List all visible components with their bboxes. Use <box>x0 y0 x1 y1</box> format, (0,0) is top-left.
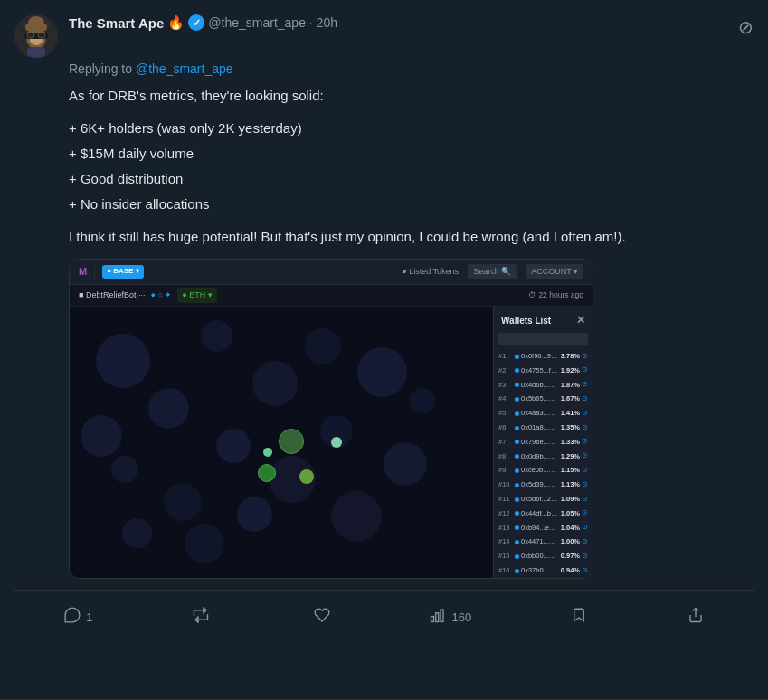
wallet-percentage: 1.87% <box>561 380 580 391</box>
img-sub-header: ■ DebtReliefBot ··· ● ○ ✦ ● ETH ▾ ⏱ 22 h… <box>70 285 593 307</box>
wallet-address[interactable]: 0x4aa3...78ef <box>521 408 559 419</box>
wallet-address[interactable]: 0x79be...3997 <box>521 437 559 448</box>
svg-point-9 <box>33 39 40 44</box>
wallet-link-icon[interactable]: ⊙ <box>582 351 588 363</box>
sub-bot-name: ■ DebtReliefBot ··· <box>79 289 145 301</box>
sub-icons[interactable]: ● ○ ✦ <box>150 289 172 301</box>
reply-to-handle[interactable]: @the_smart_ape <box>136 61 233 76</box>
wallet-rank: #5 <box>498 408 513 419</box>
reply-button[interactable]: 1 <box>57 601 100 633</box>
wallet-items-list: #1 0x0f96...9523 3.78% ⊙ #2 0x4755...f5c… <box>494 349 593 578</box>
avatar[interactable] <box>14 14 58 58</box>
wallet-search-bar[interactable] <box>498 333 588 345</box>
wallet-link-icon[interactable]: ⊙ <box>582 379 588 391</box>
wallet-address[interactable]: 0x01a8...a60f <box>521 422 559 433</box>
wallet-address[interactable]: 0x37b0...6bab <box>521 565 559 576</box>
views-icon <box>430 607 446 628</box>
wallet-item: #12 0x44df...b364 1.05% ⊙ <box>494 506 593 521</box>
wallet-link-icon[interactable]: ⊙ <box>582 479 588 491</box>
wallet-address[interactable]: 0x5d6f...2981 <box>521 494 559 505</box>
wallet-address[interactable]: 0x5d39...9507 <box>521 479 559 490</box>
wallet-rank: #9 <box>498 465 513 476</box>
wallet-link-icon[interactable]: ⊙ <box>582 522 588 534</box>
wallet-link-icon[interactable]: ⊙ <box>582 494 588 506</box>
wallet-link-icon[interactable]: ⊙ <box>582 436 588 448</box>
wallet-address[interactable]: 0xce0b...d4Gd <box>521 465 559 476</box>
wallet-item: #10 0x5d39...9507 1.13% ⊙ <box>494 478 593 492</box>
wallet-link-icon[interactable]: ⊙ <box>582 565 588 577</box>
wallet-percentage: 0.94% <box>561 565 580 576</box>
bubble-chart: Wallets List ✕ #1 0x0f96...9523 3.78% ⊙ … <box>70 307 593 578</box>
retweet-icon <box>193 607 209 628</box>
svg-point-10 <box>33 42 35 43</box>
wallet-rank: #12 <box>498 508 513 519</box>
wallet-address[interactable]: 0x0f96...9523 <box>521 351 559 362</box>
wallet-address[interactable]: 0x4755...f5c0 <box>521 365 559 376</box>
wallet-link-icon[interactable]: ⊙ <box>582 536 588 548</box>
wallet-link-icon[interactable]: ⊙ <box>582 364 588 376</box>
network-badge[interactable]: ● BASE ▾ <box>102 265 144 279</box>
share-button[interactable] <box>680 601 711 633</box>
account-btn[interactable]: ACCOUNT ▾ <box>526 264 583 279</box>
sub-token[interactable]: ● ETH ▾ <box>177 288 216 302</box>
metric-2: + $15M daily volume <box>69 143 754 165</box>
tweet-card: The Smart Ape 🔥 ✓ @the_smart_ape · 20h ⊘… <box>0 0 768 700</box>
wallet-rank: #11 <box>498 494 513 505</box>
wallet-link-icon[interactable]: ⊙ <box>582 551 588 563</box>
wallet-address[interactable]: 0x5b65...ac8e <box>521 393 559 404</box>
metrics-list: + 6K+ holders (was only 2K yesterday) + … <box>69 118 754 215</box>
wallet-link-icon[interactable]: ⊙ <box>582 408 588 420</box>
wallet-rank: #7 <box>498 437 513 448</box>
wallet-address[interactable]: 0x44df...b364 <box>521 508 559 519</box>
wallet-item: #6 0x01a8...a60f 1.35% ⊙ <box>494 421 593 435</box>
wallet-rank: #6 <box>498 422 513 433</box>
wallet-rank: #4 <box>498 393 513 404</box>
wallet-link-icon[interactable]: ⊙ <box>582 422 588 434</box>
wallet-item: #14 0x4471...20cb 1.00% ⊙ <box>494 535 593 550</box>
wallet-address[interactable]: 0xb94...eu72 <box>521 523 559 534</box>
wallet-address[interactable]: 0x4471...20cb <box>521 536 559 547</box>
reply-icon <box>64 607 81 628</box>
tweet-header: The Smart Ape 🔥 ✓ @the_smart_ape · 20h ⊘ <box>14 14 754 58</box>
wallet-dot <box>515 397 519 402</box>
wallet-dot <box>515 511 519 516</box>
svg-rect-15 <box>441 610 443 622</box>
fire-emoji: 🔥 <box>167 14 185 31</box>
wallet-rank: #13 <box>498 523 513 534</box>
views-button[interactable]: 160 <box>422 601 479 633</box>
wallet-item: #15 0xbb00...b356 0.97% ⊙ <box>494 549 593 563</box>
wallet-percentage: 1.15% <box>561 465 580 476</box>
embedded-image[interactable]: M ● BASE ▾ ● Listed Tokens Search 🔍 ACCO… <box>69 259 593 579</box>
wallet-item: #3 0x4d6b...a773 1.87% ⊙ <box>494 378 593 393</box>
wallet-dot <box>515 426 519 430</box>
tweet-body: As for DRB's metrics, they're looking so… <box>14 85 754 579</box>
wallet-address[interactable]: 0x4d6b...a773 <box>521 380 559 391</box>
wallet-item: #7 0x79be...3997 1.33% ⊙ <box>494 435 593 449</box>
wallet-link-icon[interactable]: ⊙ <box>582 450 588 462</box>
wallet-dot <box>515 440 519 444</box>
header-right-items: ● Listed Tokens Search 🔍 ACCOUNT ▾ <box>402 264 583 279</box>
body-line2: I think it still has huge potential! But… <box>69 226 754 248</box>
like-button[interactable] <box>307 601 337 633</box>
wallet-rank: #2 <box>498 365 513 376</box>
wallet-percentage: 1.41% <box>561 408 580 419</box>
wallet-dot <box>515 554 519 559</box>
wallet-address[interactable]: 0xbb00...b356 <box>521 551 559 562</box>
listed-tokens-btn[interactable]: ● Listed Tokens <box>402 265 459 278</box>
wallets-close-icon[interactable]: ✕ <box>576 312 585 329</box>
wallet-rank: #1 <box>498 351 513 362</box>
wallet-link-icon[interactable]: ⊙ <box>582 465 588 477</box>
img-header-bar: M ● BASE ▾ ● Listed Tokens Search 🔍 ACCO… <box>70 260 593 285</box>
wallet-address[interactable]: 0x0d9b...a508 <box>521 451 559 462</box>
metric-3: + Good distribution <box>69 168 754 190</box>
wallet-percentage: 1.29% <box>561 451 580 462</box>
wallet-percentage: 1.13% <box>561 479 580 490</box>
wallet-link-icon[interactable]: ⊙ <box>582 507 588 519</box>
retweet-button[interactable] <box>185 601 222 633</box>
search-btn[interactable]: Search 🔍 <box>468 264 517 279</box>
more-options-icon[interactable]: ⊘ <box>738 16 754 38</box>
wallet-link-icon[interactable]: ⊙ <box>582 393 588 405</box>
bookmark-button[interactable] <box>564 601 594 633</box>
wallet-percentage: 1.04% <box>561 523 580 534</box>
wallet-percentage: 0.97% <box>561 551 580 562</box>
